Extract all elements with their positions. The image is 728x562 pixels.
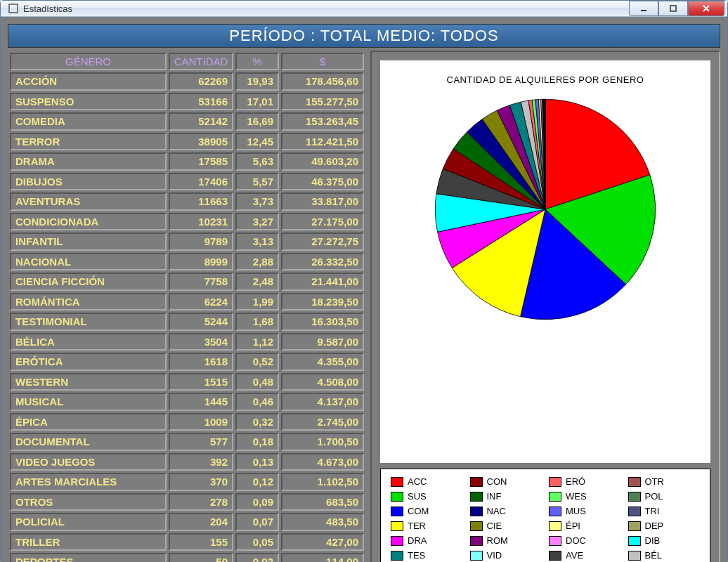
legend-swatch	[628, 507, 641, 516]
cell-cantidad: 7758	[169, 273, 233, 291]
legend-swatch	[628, 492, 641, 502]
cell-money: 155.277,50	[281, 93, 364, 111]
legend-label: VID	[487, 550, 502, 561]
window-title: Estadísticas	[23, 4, 629, 14]
cell-cantidad: 204	[169, 513, 233, 531]
legend-swatch	[549, 507, 561, 516]
legend-label: ERÓ	[566, 476, 585, 487]
cell-pct: 3,13	[235, 233, 279, 251]
cell-money: 9.587,00	[281, 333, 364, 351]
maximize-button[interactable]	[658, 1, 688, 16]
cell-pct: 19,93	[235, 72, 279, 91]
table-row: NACIONAL89992,8826.332,50	[10, 253, 364, 271]
cell-genero: CONDICIONADA	[10, 213, 167, 231]
table-row: POLICIAL2040,07483,50	[10, 513, 364, 531]
cell-money: 1.700,50	[281, 433, 364, 451]
cell-money: 483,50	[281, 513, 364, 531]
table-row: TRILLER1550,05427,00	[10, 533, 364, 551]
legend-label: BÉL	[645, 550, 663, 561]
chart-area: CANTIDAD DE ALQUILERES POR GENERO	[380, 60, 710, 463]
legend-swatch	[470, 507, 483, 516]
legend-item: DOC	[549, 535, 621, 546]
cell-money: 27.272,75	[281, 233, 364, 251]
cell-genero: ARTES MARCIALES	[10, 473, 167, 491]
legend-label: DIB	[645, 535, 661, 546]
legend-swatch	[470, 477, 483, 487]
cell-pct: 0,07	[235, 513, 279, 531]
table-row: MUSICAL14450,464.137,00	[10, 393, 364, 411]
cell-cantidad: 3504	[169, 333, 233, 351]
cell-money: 427,00	[281, 533, 364, 551]
legend-item: WES	[549, 491, 621, 502]
table-row: VIDEO JUEGOS3920,134.673,00	[10, 453, 364, 471]
legend-item: CIE	[470, 521, 542, 531]
table-row: TERROR3890512,45112.421,50	[10, 133, 364, 151]
cell-pct: 16,69	[235, 112, 279, 131]
cell-cantidad: 5244	[169, 313, 233, 331]
legend-label: SUS	[408, 491, 427, 502]
close-button[interactable]	[688, 1, 724, 16]
app-icon	[8, 3, 19, 14]
cell-genero: ÉPICA	[10, 413, 167, 431]
cell-cantidad: 155	[169, 533, 233, 551]
cell-money: 2.745,00	[281, 413, 364, 431]
legend-label: TES	[408, 550, 425, 561]
cell-pct: 1,68	[235, 313, 279, 331]
cell-cantidad: 10231	[169, 213, 233, 231]
legend-swatch	[628, 521, 641, 531]
legend-item: VID	[470, 550, 542, 561]
legend-swatch	[470, 551, 483, 561]
legend-item: CON	[470, 476, 542, 487]
cell-genero: DIBUJOS	[10, 173, 167, 191]
cell-money: 21.441,00	[281, 273, 364, 291]
cell-money: 46.375,00	[281, 173, 364, 191]
cell-genero: WESTERN	[10, 373, 167, 391]
table-row: ACCIÓN6226919,93178.456,60	[10, 72, 364, 91]
legend-label: DRA	[408, 535, 427, 546]
legend-label: MUS	[566, 506, 586, 516]
cell-money: 153.263,45	[281, 112, 364, 131]
cell-genero: DEPORTES	[10, 553, 167, 562]
stats-table: GÉNERO CANTIDAD % $ ACCIÓN6226919,93178.…	[8, 51, 366, 562]
cell-genero: DOCUMENTAL	[10, 433, 167, 451]
cell-pct: 17,01	[235, 93, 279, 111]
cell-cantidad: 1009	[169, 413, 233, 431]
table-row: DOCUMENTAL5770,181.700,50	[10, 433, 364, 451]
cell-money: 18.239,50	[281, 293, 364, 311]
minimize-button[interactable]	[629, 1, 658, 16]
cell-cantidad: 52142	[169, 112, 233, 131]
cell-pct: 0,13	[235, 453, 279, 471]
cell-cantidad: 17585	[169, 152, 233, 171]
chart-title: CANTIDAD DE ALQUILERES POR GENERO	[447, 74, 644, 85]
legend-item: MUS	[549, 506, 621, 516]
cell-genero: INFANTIL	[10, 233, 167, 251]
titlebar[interactable]: Estadísticas	[1, 1, 727, 17]
chart-panel: CANTIDAD DE ALQUILERES POR GENERO ACCCON…	[370, 51, 720, 562]
cell-genero: OTROS	[10, 493, 167, 511]
cell-pct: 0,09	[235, 493, 279, 511]
legend-swatch	[391, 536, 403, 546]
legend-label: ÉPI	[566, 521, 580, 531]
cell-pct: 5,57	[235, 173, 279, 191]
legend-label: TER	[408, 521, 426, 531]
legend-item: DRA	[391, 535, 463, 546]
cell-money: 112.421,50	[281, 133, 364, 151]
table-row: OTROS2780,09683,50	[10, 493, 364, 511]
legend-item: COM	[391, 506, 463, 516]
table-row: DRAMA175855,6349.603,20	[10, 152, 364, 171]
legend-item: ROM	[470, 535, 542, 546]
legend-label: WES	[566, 491, 587, 502]
cell-pct: 0,02	[235, 553, 279, 562]
cell-genero: TERROR	[10, 133, 167, 151]
legend: ACCCONERÓOTRSUSINFWESPOLCOMNACMUSTRITERC…	[380, 469, 710, 562]
legend-item: BÉL	[628, 550, 701, 561]
legend-swatch	[549, 521, 561, 531]
table-row: INFANTIL97893,1327.272,75	[10, 233, 364, 251]
cell-genero: AVENTURAS	[10, 192, 167, 211]
cell-pct: 2,48	[235, 273, 279, 291]
legend-swatch	[628, 551, 641, 561]
legend-swatch	[628, 477, 641, 487]
cell-cantidad: 392	[169, 453, 233, 471]
col-cantidad: CANTIDAD	[169, 53, 233, 70]
legend-swatch	[549, 551, 561, 561]
